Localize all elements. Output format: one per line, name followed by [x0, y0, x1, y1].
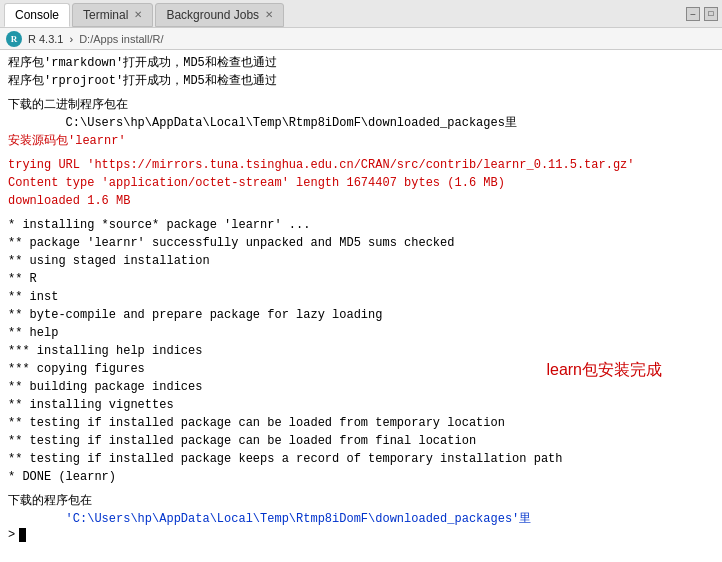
console-line: ** testing if installed package keeps a … — [8, 450, 714, 468]
console-line: 下载的程序包在 — [8, 492, 714, 510]
console-line: downloaded 1.6 MB — [8, 192, 714, 210]
console-line: 下载的二进制程序包在 — [8, 96, 714, 114]
console-output: 程序包'rmarkdown'打开成功，MD5和检查也通过程序包'rprojroo… — [8, 54, 714, 528]
console-line: * installing *source* package 'learnr' .… — [8, 216, 714, 234]
minimize-button[interactable]: — — [686, 7, 700, 21]
console-line: trying URL 'https://mirrors.tuna.tsinghu… — [8, 156, 714, 174]
console-line: ** package 'learnr' successfully unpacke… — [8, 234, 714, 252]
r-separator: › — [69, 33, 73, 45]
console-line: 程序包'rmarkdown'打开成功，MD5和检查也通过 — [8, 54, 714, 72]
tab-background-close[interactable]: ✕ — [265, 10, 273, 20]
console-line: ** testing if installed package can be l… — [8, 432, 714, 450]
maximize-button[interactable]: □ — [704, 7, 718, 21]
r-badge: R — [6, 31, 22, 47]
cursor — [19, 528, 26, 542]
prompt-line: > — [8, 528, 714, 542]
tab-bar: Console Terminal ✕ Background Jobs ✕ — □ — [0, 0, 722, 28]
annotation-label: learn包安装完成 — [546, 360, 662, 381]
console-line: *** installing help indices — [8, 342, 714, 360]
tab-terminal-close[interactable]: ✕ — [134, 10, 142, 20]
console-line: ** help — [8, 324, 714, 342]
tab-terminal-label: Terminal — [83, 8, 128, 22]
console-line: 安装源码包'learnr' — [8, 132, 714, 150]
console-line: Content type 'application/octet-stream' … — [8, 174, 714, 192]
prompt-symbol: > — [8, 528, 15, 542]
console-line: 'C:\Users\hp\AppData\Local\Temp\Rtmp8iDo… — [8, 510, 714, 528]
console-line: ** R — [8, 270, 714, 288]
console-line: * DONE (learnr) — [8, 468, 714, 486]
console-area[interactable]: 程序包'rmarkdown'打开成功，MD5和检查也通过程序包'rprojroo… — [0, 50, 722, 562]
r-version-bar: R R 4.3.1 › D:/Apps install/R/ — [0, 28, 722, 50]
tab-background[interactable]: Background Jobs ✕ — [155, 3, 284, 27]
window-controls: — □ — [686, 7, 718, 21]
console-line: C:\Users\hp\AppData\Local\Temp\Rtmp8iDom… — [8, 114, 714, 132]
tab-console[interactable]: Console — [4, 3, 70, 27]
tab-console-label: Console — [15, 8, 59, 22]
console-line: 程序包'rprojroot'打开成功，MD5和检查也通过 — [8, 72, 714, 90]
console-line: ** testing if installed package can be l… — [8, 414, 714, 432]
r-path: D:/Apps install/R/ — [79, 33, 163, 45]
console-line: ** using staged installation — [8, 252, 714, 270]
console-line: ** inst — [8, 288, 714, 306]
r-version: R 4.3.1 — [28, 33, 63, 45]
tab-terminal[interactable]: Terminal ✕ — [72, 3, 153, 27]
console-line: ** installing vignettes — [8, 396, 714, 414]
tab-background-label: Background Jobs — [166, 8, 259, 22]
console-line: ** byte-compile and prepare package for … — [8, 306, 714, 324]
